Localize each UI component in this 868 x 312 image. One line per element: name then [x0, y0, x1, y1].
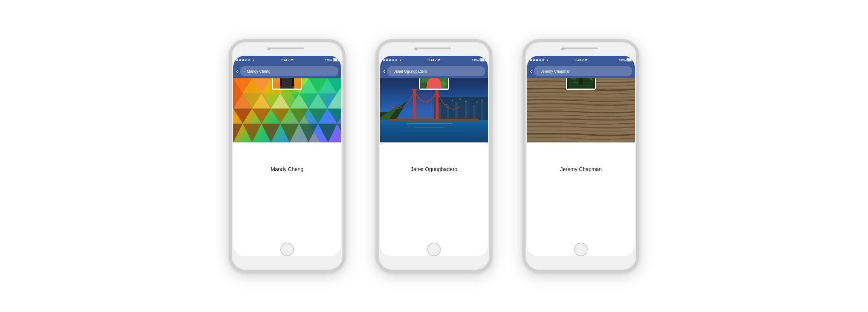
svg-rect-62 — [473, 105, 475, 120]
svg-rect-64 — [481, 99, 483, 120]
signal-dot-5c — [542, 59, 544, 61]
svg-rect-59 — [459, 97, 464, 120]
phone-camera-2 — [414, 47, 417, 50]
svg-marker-26 — [243, 124, 261, 142]
signal-area: ▲ — [236, 58, 255, 62]
profile-pic-mandy — [272, 78, 302, 90]
search-value-mandy: Mandy Cheng — [247, 69, 270, 73]
svg-marker-24 — [327, 109, 341, 124]
phone-jeremy: ▲ 9:41 AM 100% ‹ ⌕ Jeremy Chapman — [523, 39, 639, 273]
phone-janet: ▲ 9:41 AM 100% ‹ ⌕ Janet Ogungbadero — [376, 39, 492, 273]
profile-pic-jeremy — [566, 78, 596, 90]
wifi-icon: ▲ — [252, 58, 255, 62]
battery-icon-2 — [480, 58, 485, 61]
side-btn-vol-down — [229, 114, 229, 133]
svg-rect-61 — [469, 103, 472, 120]
svg-rect-54 — [439, 103, 441, 120]
svg-rect-60 — [465, 100, 468, 120]
signal-dot-1 — [236, 59, 238, 61]
battery-fill — [333, 59, 337, 61]
svg-rect-108 — [579, 78, 583, 85]
signal-dot-2 — [239, 59, 241, 61]
battery-text: 100% — [325, 59, 332, 61]
home-button-mandy[interactable] — [280, 243, 294, 256]
svg-marker-25 — [233, 124, 243, 142]
svg-rect-58 — [455, 102, 458, 120]
signal-dot-3b — [389, 59, 391, 61]
signal-area-3: ▲ — [530, 58, 549, 62]
phone-camera-3 — [561, 47, 564, 50]
search-icon-3: ⌕ — [537, 69, 539, 73]
search-bar-jeremy[interactable]: ⌕ Jeremy Chapman — [534, 66, 632, 76]
svg-point-67 — [446, 104, 447, 105]
profile-name-mandy: Mandy Cheng — [233, 163, 341, 174]
signal-dot-4 — [245, 59, 247, 61]
cover-photo-janet — [380, 78, 488, 142]
phone-janet-wrapper: ▲ 9:41 AM 100% ‹ ⌕ Janet Ogungbadero — [376, 39, 492, 273]
svg-marker-33 — [252, 93, 271, 109]
signal-dot-5 — [248, 59, 250, 61]
side-btn-mute-3 — [523, 76, 523, 87]
battery-icon — [333, 58, 338, 61]
signal-dot-2c — [533, 59, 535, 61]
signal-dot-4c — [539, 59, 541, 61]
home-button-janet[interactable] — [427, 243, 441, 256]
side-btn-mute-2 — [376, 76, 376, 87]
wifi-icon-2: ▲ — [399, 58, 402, 62]
profile-content-mandy: Mandy Cheng — [233, 78, 341, 243]
status-bar-2: ▲ 9:41 AM 100% — [380, 56, 488, 64]
battery-area: 100% — [325, 58, 338, 61]
status-time-3: 9:41 AM — [575, 58, 587, 62]
status-time-2: 9:41 AM — [428, 58, 440, 62]
status-time: 9:41 AM — [281, 58, 293, 62]
battery-fill-3 — [627, 59, 631, 61]
search-icon-2: ⌕ — [390, 69, 392, 73]
profile-pic-area-janet — [380, 142, 488, 163]
search-icon: ⌕ — [243, 69, 245, 73]
back-button-2[interactable]: ‹ — [383, 68, 385, 74]
back-button-3[interactable]: ‹ — [530, 68, 532, 74]
svg-marker-35 — [290, 93, 309, 109]
svg-marker-30 — [318, 124, 337, 142]
battery-area-3: 100% — [619, 58, 632, 61]
battery-text-3: 100% — [619, 59, 626, 61]
screen-jeremy: ▲ 9:41 AM 100% ‹ ⌕ Jeremy Chapman — [527, 56, 635, 256]
phone-camera — [267, 47, 270, 50]
profile-pic-janet — [419, 78, 449, 90]
battery-text-2: 100% — [472, 59, 479, 61]
phone-jeremy-wrapper: ▲ 9:41 AM 100% ‹ ⌕ Jeremy Chapman — [523, 39, 639, 273]
svg-point-69 — [460, 99, 461, 100]
search-bar-janet[interactable]: ⌕ Janet Ogungbadero — [387, 66, 485, 76]
profile-name-janet: Janet Ogungbadero — [380, 163, 488, 174]
svg-rect-85 — [388, 119, 479, 121]
signal-dot-1c — [530, 59, 532, 61]
back-button[interactable]: ‹ — [236, 68, 238, 74]
signal-dot-5b — [395, 59, 397, 61]
svg-marker-36 — [309, 93, 327, 109]
svg-marker-28 — [280, 124, 299, 142]
svg-marker-31 — [337, 124, 341, 142]
home-button-jeremy[interactable] — [574, 243, 588, 256]
search-bar-mandy[interactable]: ⌕ Mandy Cheng — [240, 66, 338, 76]
side-btn-vol-down-2 — [376, 114, 376, 133]
svg-point-73 — [481, 100, 482, 101]
svg-marker-29 — [299, 124, 318, 142]
signal-dot-4b — [392, 59, 394, 61]
svg-rect-103 — [527, 78, 635, 142]
svg-rect-56 — [447, 104, 449, 120]
signal-area-2: ▲ — [383, 58, 402, 62]
side-btn-power — [345, 95, 345, 121]
svg-marker-21 — [271, 109, 290, 124]
home-indicator-mandy — [233, 243, 341, 256]
signal-dot-3c — [536, 59, 538, 61]
screen-mandy: ▲ 9:41 AM 100% ‹ ⌕ Mandy Cheng — [233, 56, 341, 256]
svg-rect-47 — [292, 78, 294, 86]
side-btn-vol-up — [229, 91, 229, 110]
side-btn-power-2 — [492, 95, 492, 121]
status-bar: ▲ 9:41 AM 100% — [233, 56, 341, 64]
nav-bar-jeremy: ‹ ⌕ Jeremy Chapman — [527, 64, 635, 78]
svg-point-72 — [477, 102, 478, 103]
svg-rect-106 — [568, 78, 593, 89]
side-btn-power-3 — [639, 95, 639, 121]
svg-marker-27 — [261, 124, 280, 142]
